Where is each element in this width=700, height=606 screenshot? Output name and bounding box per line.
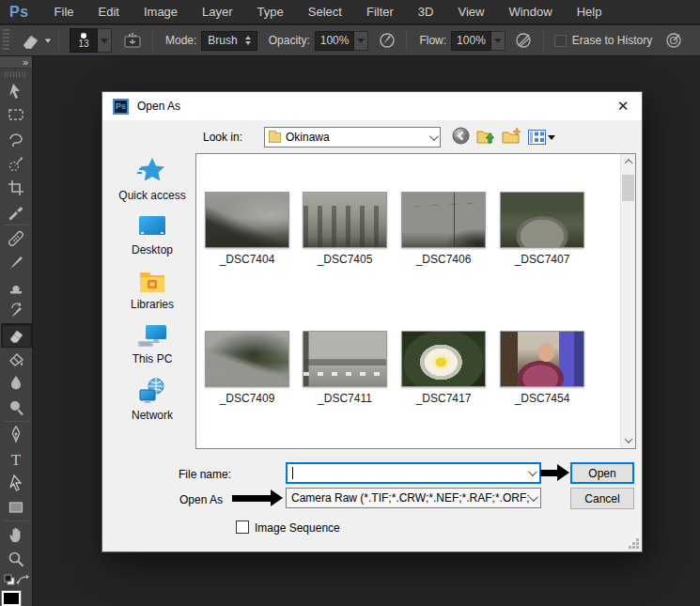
history-brush-tool[interactable] [1, 299, 32, 323]
file-name-input[interactable] [286, 462, 541, 484]
sidebar-item-this-pc[interactable]: This PC [109, 323, 195, 365]
brush-size-dropdown-button[interactable] [98, 28, 112, 53]
tool-preset-dropdown-icon[interactable] [45, 39, 51, 42]
file-thumbnail [303, 331, 387, 387]
menu-layer[interactable]: Layer [190, 0, 245, 24]
text-caret [292, 467, 293, 479]
flow-dropdown-button[interactable] [491, 31, 506, 51]
default-colors-icon[interactable] [4, 572, 15, 589]
brush-settings-panel-icon[interactable] [119, 31, 146, 50]
desktop-icon [136, 214, 168, 241]
up-one-level-button[interactable] [476, 128, 495, 148]
dialog-title-bar[interactable]: Ps Open As ✕ [102, 92, 642, 120]
spot-healing-brush-tool[interactable] [1, 226, 32, 251]
file-list[interactable]: _DSC7404 _DSC7405 _DSC7406 _DSC7407 _DSC… [195, 153, 636, 449]
mode-dropdown[interactable]: Brush [201, 31, 257, 51]
opacity-value[interactable]: 100% [315, 31, 355, 51]
airbrush-icon[interactable] [512, 31, 537, 50]
scroll-down-button[interactable] [621, 433, 636, 448]
brush-tool[interactable] [1, 251, 32, 275]
file-item[interactable]: _DSC7404 [202, 192, 292, 266]
clone-stamp-tool[interactable] [1, 275, 32, 300]
move-tool[interactable] [1, 79, 32, 103]
zoom-tool[interactable] [1, 547, 32, 571]
close-icon[interactable]: ✕ [614, 97, 632, 116]
file-item[interactable]: _DSC7454 [497, 331, 587, 405]
rectangular-marquee-tool[interactable] [1, 102, 32, 127]
resize-grip[interactable] [629, 538, 639, 549]
menu-help[interactable]: Help [565, 0, 614, 24]
view-menu-button[interactable] [528, 130, 555, 145]
crop-tool[interactable] [1, 176, 32, 200]
libraries-folder-icon [136, 269, 168, 295]
menu-window[interactable]: Window [496, 0, 564, 24]
new-folder-button[interactable] [502, 128, 521, 148]
separator [406, 30, 407, 51]
path-selection-tool[interactable] [1, 472, 32, 496]
separator [58, 30, 59, 51]
vertical-scrollbar[interactable] [620, 154, 635, 448]
menu-image[interactable]: Image [132, 0, 190, 24]
open-as-dropdown[interactable]: Camera Raw (*.TIF;*.CRW;*.NEF;*.RAF;*.OR… [286, 488, 541, 508]
swap-colors-icon[interactable] [16, 572, 29, 589]
places-sidebar: Quick access Desktop Libraries This PC N… [109, 156, 195, 449]
separator [152, 30, 153, 51]
options-bar-grip[interactable] [2, 29, 11, 52]
type-tool[interactable]: T [1, 447, 32, 472]
eraser-tool[interactable] [1, 323, 32, 348]
foreground-color-swatch[interactable] [2, 591, 21, 606]
sidebar-item-libraries[interactable]: Libraries [109, 269, 195, 311]
file-item[interactable]: _DSC7417 [398, 331, 489, 405]
erase-to-history-checkbox[interactable] [554, 35, 567, 47]
eraser-tool-preset-icon[interactable] [17, 32, 43, 49]
image-sequence-checkbox[interactable] [236, 521, 249, 534]
flow-value[interactable]: 100% [451, 31, 491, 51]
file-item[interactable]: _DSC7407 [497, 192, 587, 266]
open-as-dialog: Ps Open As ✕ Look in: Okinawa [101, 91, 643, 552]
sidebar-item-desktop[interactable]: Desktop [109, 214, 195, 256]
file-thumbnail [401, 192, 486, 248]
look-in-dropdown[interactable]: Okinawa [264, 127, 441, 148]
blur-tool[interactable] [1, 372, 32, 396]
lasso-tool[interactable] [1, 127, 32, 151]
chevron-down-icon [429, 132, 439, 141]
quick-selection-tool[interactable] [1, 151, 32, 176]
menu-filter[interactable]: Filter [354, 0, 406, 24]
collapse-panel-button[interactable]: » [0, 56, 32, 69]
panel-grip[interactable] [5, 71, 27, 77]
sidebar-item-quick-access[interactable]: Quick access [109, 156, 195, 202]
hand-tool[interactable] [1, 522, 32, 547]
file-thumbnail [500, 192, 584, 248]
opacity-dropdown-button[interactable] [354, 31, 368, 51]
paint-bucket-tool[interactable] [1, 348, 32, 372]
menu-3d[interactable]: 3D [406, 0, 446, 24]
menu-type[interactable]: Type [245, 0, 296, 24]
file-item[interactable]: _DSC7409 [202, 331, 292, 405]
smoothing-icon[interactable] [661, 31, 686, 50]
sidebar-item-network[interactable]: Network [109, 378, 195, 422]
file-thumbnail [205, 192, 289, 248]
menu-file[interactable]: File [42, 0, 86, 24]
file-thumbnail [205, 331, 289, 387]
toolbar-separator [4, 421, 29, 422]
file-item[interactable]: _DSC7406 [398, 192, 489, 266]
annotation-arrow-to-open-as [232, 489, 283, 506]
network-icon [136, 378, 168, 406]
menu-edit[interactable]: Edit [86, 0, 132, 24]
pen-tool[interactable] [1, 423, 32, 447]
pressure-opacity-icon[interactable] [375, 31, 399, 50]
scroll-up-button[interactable] [621, 154, 636, 169]
menu-view[interactable]: View [445, 0, 496, 24]
open-button[interactable]: Open [570, 462, 634, 484]
file-item[interactable]: _DSC7411 [300, 331, 390, 405]
dodge-tool[interactable] [1, 396, 32, 420]
eyedropper-tool[interactable] [1, 199, 32, 224]
menu-select[interactable]: Select [296, 0, 354, 24]
file-item[interactable]: _DSC7405 [300, 192, 390, 266]
cancel-button[interactable]: Cancel [570, 488, 634, 509]
toolbar-separator [4, 225, 29, 225]
brush-size-picker[interactable]: 13 [70, 28, 112, 53]
rectangle-shape-tool[interactable] [1, 495, 32, 520]
scrollbar-thumb[interactable] [622, 175, 634, 201]
back-button[interactable] [452, 127, 470, 148]
